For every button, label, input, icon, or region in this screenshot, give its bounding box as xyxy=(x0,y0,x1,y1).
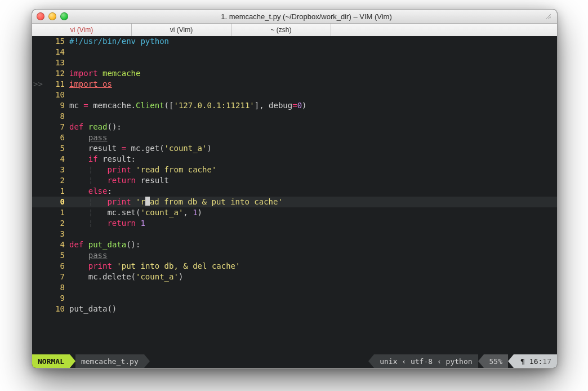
vim-terminal-window: 1. memcache_t.py (~/Dropbox/work_dir) – … xyxy=(32,9,558,368)
vim-statusline: NORMAL memcache_t.py unix ‹ utf-8 ‹ pyth… xyxy=(32,354,557,368)
position-segment: ¶ 16:17 xyxy=(514,354,557,368)
powerline-sep-icon xyxy=(70,354,75,368)
cursor-line: 0 ¦ print 'rad from db & put into cache' xyxy=(32,197,557,207)
fileinfo-segment: unix ‹ utf-8 ‹ python xyxy=(374,354,478,368)
terminal-tabstrip: vi (Vim) vi (Vim) ~ (zsh) xyxy=(32,24,557,37)
powerline-sep-icon xyxy=(144,354,150,368)
window-titlebar: 1. memcache_t.py (~/Dropbox/work_dir) – … xyxy=(32,10,557,24)
vim-editor[interactable]: 15#!/usr/bin/env python 14 13 12import m… xyxy=(32,36,557,354)
window-title: 1. memcache_t.py (~/Dropbox/work_dir) – … xyxy=(68,12,545,21)
powerline-sep-icon xyxy=(368,354,374,368)
percent-segment: 55% xyxy=(484,354,508,368)
tab-vi-vim[interactable]: vi (Vim) xyxy=(132,24,231,36)
window-zoom-button[interactable] xyxy=(60,12,68,20)
mode-segment: NORMAL xyxy=(32,354,70,368)
tab-zsh[interactable]: ~ (zsh) xyxy=(231,24,331,36)
cursor-icon xyxy=(145,197,150,206)
paragraph-icon: ¶ xyxy=(519,357,526,366)
window-minimize-button[interactable] xyxy=(48,12,56,20)
sign-column-marker: >> xyxy=(32,79,48,90)
line-number: 15 xyxy=(48,36,69,47)
tab-vi-vim-active[interactable]: vi (Vim) xyxy=(32,24,132,36)
window-close-button[interactable] xyxy=(37,12,44,20)
filename-segment: memcache_t.py xyxy=(75,354,144,368)
powerline-sep-icon xyxy=(478,354,484,368)
window-resize-icon xyxy=(545,12,553,20)
powerline-sep-icon xyxy=(508,354,514,368)
